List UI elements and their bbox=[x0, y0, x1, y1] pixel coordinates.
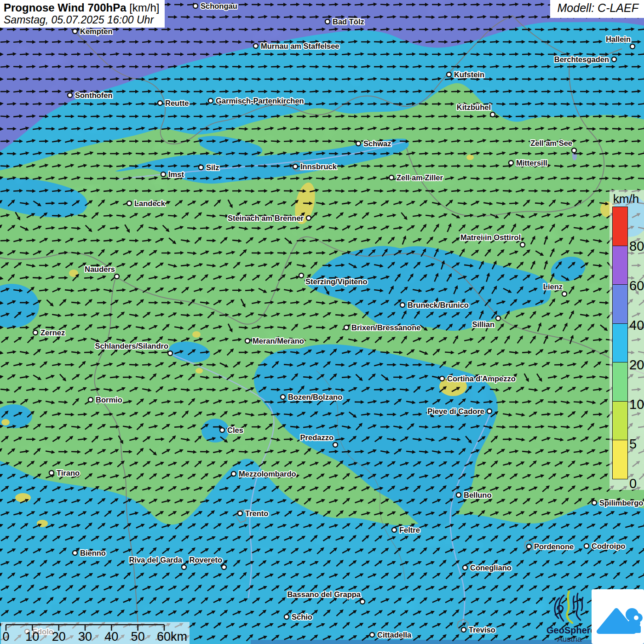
city-label: Rovereto bbox=[189, 556, 222, 564]
city-marker bbox=[182, 565, 186, 569]
city-label: Brixen/Bressanone bbox=[351, 323, 420, 332]
model-box: Modell: C-LAEF bbox=[550, 0, 644, 18]
city-label: Bad Tölz bbox=[333, 17, 364, 26]
legend-tick-label: 60 bbox=[629, 278, 644, 293]
city-label: Schwaz bbox=[363, 139, 391, 148]
city-label: Bienno bbox=[80, 549, 106, 557]
city-label: Sillian bbox=[472, 320, 494, 328]
legend-band bbox=[612, 440, 628, 479]
city-label: Kempten bbox=[80, 27, 113, 35]
city-marker bbox=[562, 292, 567, 296]
city-label: Hallein bbox=[606, 35, 631, 43]
city-label: Nauders bbox=[85, 265, 115, 273]
city-label: Bassano del Grappa bbox=[287, 590, 361, 598]
city-label: Schlanders/Silandro bbox=[95, 342, 168, 350]
city-marker bbox=[281, 395, 285, 399]
model-label: Modell: C-LAEF bbox=[558, 1, 638, 14]
city-label: Zell am See bbox=[530, 139, 572, 147]
city-marker bbox=[509, 161, 513, 165]
city-marker bbox=[115, 274, 119, 279]
city-label: Tirano bbox=[57, 469, 80, 477]
geosphere-contour-icon bbox=[546, 590, 592, 624]
city-marker bbox=[400, 303, 405, 307]
city-label: Pordenone bbox=[534, 542, 574, 551]
city: Mezzolombardo bbox=[231, 470, 296, 478]
city-label: Conegliano bbox=[470, 564, 512, 572]
map-canvas[interactable]: SchongauBad TölzKemptenMurnau am Staffel… bbox=[0, 0, 644, 644]
city-marker bbox=[222, 565, 226, 569]
city-label: Sonthofen bbox=[75, 91, 113, 99]
city: Steinach am Brenner bbox=[228, 214, 311, 222]
city-label: Zell am Ziller bbox=[397, 173, 443, 182]
city-label: Trento bbox=[245, 509, 268, 518]
geosphere-org-name: GeoSphere bbox=[546, 626, 592, 635]
city-label: Bozen/Bolzano bbox=[288, 393, 342, 401]
scale-bar-label: 10 bbox=[18, 630, 46, 644]
city-label: Belluno bbox=[464, 491, 492, 499]
legend-tick-label: 20 bbox=[629, 357, 644, 373]
city-marker bbox=[612, 57, 616, 62]
legend-tick-label: 40 bbox=[629, 317, 644, 333]
city-marker bbox=[293, 164, 298, 169]
city-marker bbox=[344, 325, 349, 330]
city-label: Kitzbühel bbox=[457, 103, 491, 111]
legend-tick-label: 80 bbox=[629, 238, 644, 254]
city-label: Riva del Garda bbox=[129, 556, 182, 564]
city-marker bbox=[527, 544, 531, 549]
city-marker bbox=[360, 599, 365, 604]
scale-bar: 0102030405060km bbox=[1, 622, 190, 644]
map-unit: [km/h] bbox=[129, 1, 159, 14]
city-marker bbox=[463, 565, 467, 570]
city-marker bbox=[245, 339, 250, 343]
city-label: Berchtesgaden bbox=[554, 55, 609, 63]
map-datetime: Samstag, 05.07.2025 16:00 Uhr bbox=[4, 14, 161, 26]
city-label: Cles bbox=[227, 426, 243, 434]
map-title: Prognose Wind 700hPa bbox=[4, 1, 126, 14]
city: Garmisch-Partenkirchen bbox=[208, 97, 304, 105]
city: Brixen/Bressanone bbox=[344, 323, 420, 332]
legend-color-bar bbox=[612, 207, 628, 483]
city-marker bbox=[333, 443, 338, 447]
city-marker bbox=[220, 428, 224, 432]
city: Spilimbergo bbox=[592, 499, 643, 507]
city-marker bbox=[168, 351, 172, 356]
city-label: Mittersill bbox=[516, 159, 547, 167]
scale-bar-label: 60km bbox=[157, 630, 189, 644]
city-label: Reutte bbox=[165, 99, 189, 107]
city-marker bbox=[630, 44, 635, 49]
city: Pieve di Cadore bbox=[427, 407, 492, 415]
city-marker bbox=[68, 93, 72, 98]
city: Zell am Ziller bbox=[389, 173, 443, 182]
city-marker bbox=[238, 511, 242, 516]
city-marker bbox=[356, 141, 361, 146]
city-label: Schio bbox=[292, 613, 312, 621]
city-label: Innsbruck bbox=[300, 162, 337, 171]
legend-band bbox=[612, 362, 628, 402]
city-marker bbox=[370, 632, 374, 637]
city-marker bbox=[496, 316, 500, 321]
city-label: Bruneck/Brunico bbox=[408, 301, 469, 309]
city-marker bbox=[127, 201, 132, 206]
city-label: Cittadella bbox=[377, 631, 412, 639]
city: Murnau am Staffelsee bbox=[253, 42, 339, 50]
city-marker bbox=[161, 172, 166, 177]
city-label: Codroipo bbox=[592, 542, 625, 550]
city: Berchtesgaden bbox=[554, 55, 616, 63]
city: Conegliano bbox=[463, 564, 512, 572]
legend-tick-label: 0 bbox=[629, 476, 644, 491]
city-marker bbox=[306, 216, 311, 220]
city-label: Matrei in Osttirol bbox=[460, 233, 521, 242]
map-title-line: Prognose Wind 700hPa [km/h] bbox=[4, 1, 161, 14]
city-marker bbox=[88, 397, 93, 402]
city-marker bbox=[299, 273, 304, 278]
geosphere-logo: GeoSphere Austria bbox=[546, 590, 592, 644]
wind-speed-legend: km/h 806040201050 bbox=[610, 190, 644, 490]
city: Bruneck/Brunico bbox=[400, 301, 469, 309]
legend-tick-label: 10 bbox=[629, 397, 644, 412]
city-marker bbox=[253, 44, 258, 48]
city-marker bbox=[584, 544, 589, 548]
city: Pordenone bbox=[527, 542, 574, 551]
legend-tick-label: 5 bbox=[629, 436, 644, 452]
scale-bar-label: 50 bbox=[124, 630, 152, 644]
city-label: Treviso bbox=[469, 626, 495, 634]
